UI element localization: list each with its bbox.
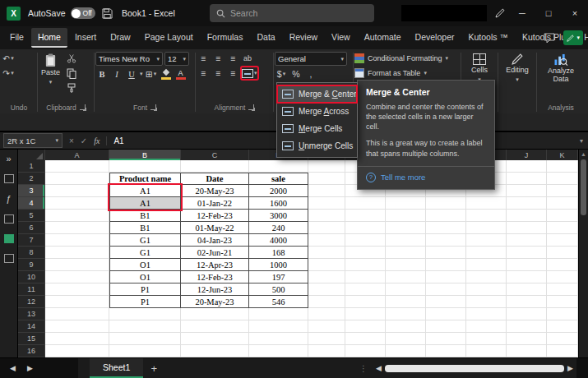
cell-G13[interactable] bbox=[386, 308, 426, 320]
menu-tab-home[interactable]: Home bbox=[31, 28, 67, 48]
cell-J7[interactable] bbox=[507, 234, 547, 247]
cell-J11[interactable] bbox=[507, 284, 547, 296]
menu-tab-view[interactable]: View bbox=[325, 28, 357, 48]
cell-B14[interactable] bbox=[109, 320, 181, 333]
name-box-dropdown-icon[interactable]: ▾ bbox=[55, 137, 58, 144]
cell-A1[interactable] bbox=[45, 160, 109, 173]
wrap-text-button[interactable]: ab bbox=[241, 52, 254, 65]
prev-sheet-icon[interactable]: ◀ bbox=[10, 364, 16, 372]
cell-D12[interactable]: 546 bbox=[249, 296, 308, 308]
cell-B10[interactable]: O1 bbox=[109, 271, 181, 284]
cell-E3[interactable] bbox=[308, 185, 345, 197]
cell-H14[interactable] bbox=[426, 320, 466, 333]
scroll-right-icon[interactable]: ▶ bbox=[567, 364, 573, 372]
row-header-15[interactable]: 15 bbox=[18, 333, 45, 345]
font-name-select[interactable]: Times New Ro▾ bbox=[95, 52, 163, 66]
cell-E4[interactable] bbox=[308, 197, 345, 210]
cell-K2[interactable] bbox=[547, 173, 578, 185]
cell-K10[interactable] bbox=[547, 271, 578, 284]
cell-A2[interactable] bbox=[45, 173, 109, 185]
cell-E15[interactable] bbox=[308, 333, 345, 345]
cell-A13[interactable] bbox=[45, 308, 109, 320]
cell-B1[interactable] bbox=[109, 160, 181, 173]
cell-H16[interactable] bbox=[426, 345, 466, 357]
menu-tab-file[interactable]: File bbox=[3, 28, 30, 48]
align-right-button[interactable]: ≡ bbox=[226, 67, 239, 80]
cell-A14[interactable] bbox=[45, 320, 109, 333]
autosave-toggle[interactable]: Off bbox=[71, 7, 95, 19]
cell-F11[interactable] bbox=[345, 284, 386, 296]
formula-bar-expand-icon[interactable]: ▾ bbox=[575, 137, 588, 145]
cell-K5[interactable] bbox=[547, 210, 578, 222]
cell-I16[interactable] bbox=[466, 345, 507, 357]
cell-I6[interactable] bbox=[466, 222, 507, 234]
cell-H12[interactable] bbox=[426, 296, 466, 308]
cell-B8[interactable]: G1 bbox=[109, 247, 181, 259]
cell-B15[interactable] bbox=[109, 333, 181, 345]
cell-K7[interactable] bbox=[547, 234, 578, 247]
cell-B4[interactable]: A1 bbox=[109, 197, 181, 210]
cell-A16[interactable] bbox=[45, 345, 109, 357]
cell-F12[interactable] bbox=[345, 296, 386, 308]
cell-H4[interactable] bbox=[426, 197, 466, 210]
font-dialog-launcher-icon[interactable] bbox=[150, 104, 156, 110]
search-input[interactable] bbox=[230, 8, 368, 18]
menu-tab-draw[interactable]: Draw bbox=[104, 28, 137, 48]
cell-B13[interactable] bbox=[109, 308, 181, 320]
paste-button[interactable]: Paste ▾ bbox=[39, 52, 63, 87]
bold-button[interactable]: B bbox=[95, 67, 109, 81]
row-header-6[interactable]: 6 bbox=[18, 222, 45, 234]
tell-me-more-link[interactable]: ? Tell me more bbox=[366, 173, 486, 182]
select-all-corner[interactable] bbox=[18, 150, 45, 160]
menu-tab-data[interactable]: Data bbox=[250, 28, 281, 48]
menu-tab-kutools[interactable]: Kutools ™ bbox=[461, 28, 514, 48]
cell-H9[interactable] bbox=[426, 259, 466, 271]
cell-J1[interactable] bbox=[507, 160, 547, 173]
editing-button[interactable]: Editing ▾ bbox=[499, 52, 535, 85]
maximize-button[interactable]: □ bbox=[535, 0, 562, 26]
row-header-4[interactable]: 4 bbox=[18, 197, 45, 210]
cell-A10[interactable] bbox=[45, 271, 109, 284]
cell-E7[interactable] bbox=[308, 234, 345, 247]
cell-H13[interactable] bbox=[426, 308, 466, 320]
cell-D11[interactable]: 500 bbox=[249, 284, 308, 296]
column-header-b[interactable]: B bbox=[109, 150, 181, 160]
menu-tab-formulas[interactable]: Formulas bbox=[201, 28, 250, 48]
insert-function-icon[interactable]: fx bbox=[94, 136, 100, 145]
column-header-k[interactable]: K bbox=[547, 150, 578, 160]
cell-F4[interactable] bbox=[345, 197, 386, 210]
cell-G9[interactable] bbox=[386, 259, 426, 271]
cell-F15[interactable] bbox=[345, 333, 386, 345]
italic-button[interactable]: I bbox=[110, 67, 123, 81]
cell-D10[interactable]: 197 bbox=[249, 271, 308, 284]
minimize-button[interactable]: ─ bbox=[509, 0, 535, 26]
cell-A8[interactable] bbox=[45, 247, 109, 259]
name-box[interactable]: 2R x 1C ▾ bbox=[3, 133, 63, 148]
number-format-select[interactable]: General▾ bbox=[275, 52, 347, 66]
menu-item-merge-center[interactable]: Merge & Center bbox=[277, 85, 357, 103]
column-list-icon[interactable] bbox=[4, 254, 14, 263]
cell-I4[interactable] bbox=[466, 197, 507, 210]
cell-E14[interactable] bbox=[308, 320, 345, 333]
search-box[interactable] bbox=[210, 4, 374, 22]
close-button[interactable]: × bbox=[562, 0, 588, 26]
dropdown-icon[interactable]: ▾ bbox=[11, 55, 14, 62]
cell-C1[interactable] bbox=[181, 160, 249, 173]
cell-B3[interactable]: A1 bbox=[109, 185, 181, 197]
navigation-pane-toggle-icon[interactable]: » bbox=[6, 154, 11, 164]
row-header-8[interactable]: 8 bbox=[18, 247, 45, 259]
cell-D1[interactable] bbox=[249, 160, 308, 173]
cell-J15[interactable] bbox=[507, 333, 547, 345]
comments-icon[interactable] bbox=[544, 33, 555, 44]
cell-C6[interactable]: 01-May-22 bbox=[181, 222, 249, 234]
row-header-2[interactable]: 2 bbox=[18, 173, 45, 185]
cell-B11[interactable]: P1 bbox=[109, 284, 181, 296]
cell-K12[interactable] bbox=[547, 296, 578, 308]
menu-tab-review[interactable]: Review bbox=[283, 28, 324, 48]
alignment-dialog-launcher-icon[interactable] bbox=[248, 104, 254, 110]
cell-E13[interactable] bbox=[308, 308, 345, 320]
column-header-a[interactable]: A bbox=[45, 150, 109, 160]
format-as-table-button[interactable]: Format as Table ▾ bbox=[354, 67, 427, 80]
cell-A3[interactable] bbox=[45, 185, 109, 197]
vertical-scrollbar[interactable]: ▲ bbox=[578, 150, 588, 357]
